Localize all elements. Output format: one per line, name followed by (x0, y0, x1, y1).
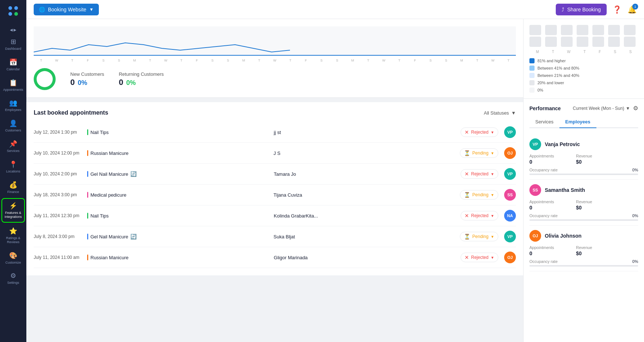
sidebar-item-settings[interactable]: ⚙ Settings (1, 269, 25, 288)
sidebar-item-features[interactable]: ⚡ Features &Integrations (1, 198, 25, 223)
heatmap-cell (592, 25, 604, 35)
appointments-label: Appointments (529, 154, 554, 158)
employee-name: Vanja Petrovic (545, 141, 580, 147)
appointment-status-badge[interactable]: ✕ Rejected ▼ (461, 253, 498, 262)
notifications-button[interactable]: 🔔 1 (628, 5, 637, 14)
appointments-title: Last booked appointments (34, 109, 108, 116)
sidebar-item-label: Customize (5, 261, 21, 265)
status-label: Rejected (471, 171, 488, 176)
donut-inner (37, 71, 53, 87)
appointment-customer: Suka Bljat (273, 234, 454, 239)
appointment-service: Gel Nail Manicure 🔄 (87, 171, 268, 177)
avatar: VP (504, 231, 516, 242)
returning-customers-stat: Returning Customers 0 0% (119, 71, 164, 87)
services-icon: 📌 (9, 140, 17, 148)
rejected-icon: ✕ (465, 171, 469, 177)
status-filter[interactable]: All Statuses ▼ (484, 110, 516, 116)
sidebar-item-customers[interactable]: 👤 Customers (1, 116, 25, 135)
sidebar-item-customize[interactable]: 🎨 Customize (1, 249, 25, 268)
returning-customers-pct: 0% (126, 79, 136, 87)
sidebar-item-services[interactable]: 📌 Services (1, 137, 25, 156)
sidebar-item-label: Finance (7, 190, 19, 194)
appointment-status-badge[interactable]: ⏳ Pending ▼ (460, 232, 498, 241)
appointments-header: Last booked appointments All Statuses ▼ (34, 109, 516, 116)
body-layout: TW TF SS MT WT FS SM TW TF SS MT WT FS S… (26, 19, 644, 342)
heatmap-cell (529, 37, 541, 47)
sidebar-collapse[interactable]: ◀▶ (8, 26, 18, 33)
appointment-row: July 12, 2024 1:30 pm Nail Tips jj st ✕ … (34, 122, 516, 143)
legend-dot-low (529, 73, 535, 78)
help-button[interactable]: ❓ (613, 5, 622, 14)
service-name: Gel Nail Manicure (90, 234, 128, 239)
service-color-bar (87, 129, 88, 135)
legend-item-mid: Between 41% and 80% (529, 66, 638, 71)
status-filter-label: All Statuses (484, 110, 509, 116)
appointment-date: July 18, 2024 3:00 pm (34, 192, 81, 197)
appointment-customer: jj st (274, 130, 455, 135)
appointments-value: 0 (529, 205, 554, 211)
sidebar-item-locations[interactable]: 📍 Locations (1, 157, 25, 176)
right-panel: M T W T F S S 81% and higher Between 41 (523, 19, 644, 342)
appointment-customer: Gligor Marinada (274, 255, 455, 260)
sidebar-item-ratings[interactable]: ⭐ Ratings &Reviews (1, 224, 25, 247)
appointments-value: 0 (529, 250, 554, 256)
appointment-row: July 10, 2024 12:00 pm Russian Manicure … (34, 143, 516, 164)
help-icon: ❓ (613, 5, 622, 14)
calendar-icon: 📅 (9, 58, 17, 66)
appointments-section: Last booked appointments All Statuses ▼ … (26, 102, 523, 275)
employee-header: OJ Olivia Johnson (529, 230, 638, 242)
service-color-bar (87, 150, 88, 156)
appointments-list: July 12, 2024 1:30 pm Nail Tips jj st ✕ … (34, 122, 516, 268)
revenue-label: Revenue (576, 200, 592, 204)
sidebar-item-finance[interactable]: 💰 Finance (1, 178, 25, 197)
performance-settings-button[interactable]: ⚙ (633, 105, 638, 112)
service-name: Medical pedicure (90, 192, 126, 198)
returning-customers-count: 0 (119, 78, 123, 87)
employee-card: VP Vanja Petrovic Appointments 0 Revenue… (529, 134, 638, 180)
occupancy-row: Occupancy rate 0% (529, 259, 638, 264)
heatmap-cell (592, 37, 604, 47)
share-booking-button[interactable]: ⤴ Share Booking (556, 4, 607, 15)
service-name: Russian Manicure (90, 255, 129, 260)
appointment-status-badge[interactable]: ✕ Rejected ▼ (461, 169, 498, 179)
legend-label-low: Between 21% and 40% (537, 73, 579, 78)
appointment-status-badge[interactable]: ⏳ Pending ▼ (460, 148, 498, 158)
heatmap-days: M T W T F S S (529, 50, 638, 54)
heatmap-legend: 81% and higher Between 41% and 80% Betwe… (529, 58, 638, 93)
status-label: Rejected (471, 213, 488, 218)
appointments-stat: Appointments 0 (529, 154, 554, 165)
appointment-row: July 11, 2024 12:30 pm Nail Tips Kolinda… (34, 205, 516, 226)
sidebar-item-dashboard[interactable]: ⊞ Dashboard (1, 35, 25, 54)
settings-icon: ⚙ (10, 272, 16, 280)
occupancy-bar (529, 265, 638, 267)
sidebar-item-label: Dashboard (5, 47, 21, 51)
avatar: VP (529, 138, 541, 150)
avatar: OJ (504, 147, 516, 159)
sidebar-item-appointments[interactable]: 📋 Appointments (1, 76, 25, 95)
revenue-stat: Revenue $0 (576, 154, 592, 165)
tab-employees[interactable]: Employees (559, 116, 596, 128)
employee-card: OJ Olivia Johnson Appointments 0 Revenue… (529, 226, 638, 271)
appointment-status-badge[interactable]: ⏳ Pending ▼ (460, 190, 498, 200)
avatar: NA (504, 210, 516, 222)
tab-services[interactable]: Services (529, 116, 559, 128)
appointment-row: July 11, 2024 11:00 am Russian Manicure … (34, 247, 516, 268)
appointment-service: Nail Tips (87, 213, 268, 219)
performance-filter[interactable]: Current Week (Mon - Sun) ▼ (573, 106, 630, 111)
employee-name: Olivia Johnson (545, 233, 581, 239)
chart-section: TW TF SS MT WT FS SM TW TF SS MT WT FS S… (26, 19, 523, 98)
employee-stats: Appointments 0 Revenue $0 (529, 154, 638, 165)
booking-website-button[interactable]: 🌐 Booking Website ▼ (34, 4, 99, 15)
appointment-service: Gel Nail Manicure 🔄 (87, 234, 268, 239)
appointment-date: July 8, 2024 3:00 pm (34, 234, 81, 239)
heatmap-cell (577, 37, 588, 47)
appointment-status-badge[interactable]: ✕ Rejected ▼ (461, 127, 498, 137)
employee-name: Samantha Smith (545, 187, 585, 193)
globe-icon: 🌐 (39, 7, 45, 12)
topbar-actions: ⤴ Share Booking ❓ 🔔 1 (556, 4, 637, 15)
sidebar-item-calendar[interactable]: 📅 Calendar (1, 55, 25, 74)
appointment-status-badge[interactable]: ✕ Rejected ▼ (461, 211, 498, 220)
sidebar-item-employees[interactable]: 👥 Employees (1, 96, 25, 115)
sidebar-item-label: Calendar (7, 67, 20, 71)
pending-icon: ⏳ (464, 192, 470, 198)
